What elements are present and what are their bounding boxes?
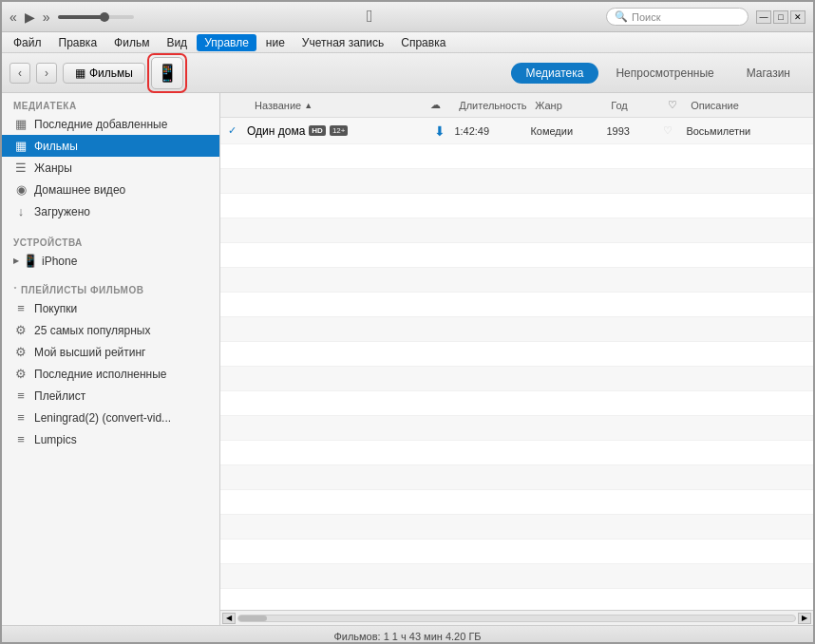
empty-row — [220, 515, 813, 540]
menu-bar: Файл Правка Фильм Вид Управле ние Учетна… — [2, 32, 813, 53]
sidebar: Медиатека ▦ Последние добавленные ▦ Филь… — [2, 93, 220, 625]
empty-row — [220, 243, 813, 268]
sidebar-item-home-video[interactable]: ◉ Домашнее видео — [2, 179, 219, 200]
sidebar-item-top25[interactable]: ⚙ 25 самых популярных — [2, 319, 219, 341]
sidebar-item-movies[interactable]: ▦ Фильмы — [2, 135, 219, 157]
forward-button[interactable]: » — [43, 9, 50, 25]
sidebar-leningrad-label: Leningrad(2) (convert-vid... — [34, 411, 171, 425]
sidebar-item-purchases[interactable]: ≡ Покупки — [2, 297, 219, 319]
table-row[interactable]: ✓ Один дома HD 12+ ⬇ 1:42:49 Комедии 199… — [220, 118, 813, 144]
playback-controls: « ▶ » — [9, 9, 134, 25]
menu-film[interactable]: Фильм — [106, 34, 157, 51]
iphone-icon: 📱 — [157, 63, 178, 84]
sidebar-downloaded-label: Загружено — [34, 205, 90, 218]
col-duration-header[interactable]: Длительность — [451, 93, 527, 117]
sidebar-item-genres[interactable]: ☰ Жанры — [2, 157, 219, 179]
menu-manage2[interactable]: ние — [258, 34, 293, 51]
sidebar-item-lumpics[interactable]: ≡ Lumpics — [2, 428, 219, 450]
leningrad-icon: ≡ — [13, 410, 28, 425]
volume-slider[interactable] — [58, 15, 134, 19]
iphone-device-label: iPhone — [42, 255, 77, 268]
menu-edit[interactable]: Правка — [51, 34, 105, 51]
hscroll-left-button[interactable]: ◀ — [222, 613, 236, 624]
sidebar-item-top-rated[interactable]: ⚙ Мой высший рейтинг — [2, 341, 219, 363]
play-button[interactable]: ▶ — [25, 9, 35, 25]
tab-unwatched[interactable]: Непросмотренные — [600, 63, 729, 84]
sidebar-device-iphone[interactable]: ▶ 📱 iPhone — [2, 250, 219, 272]
col-genre-label: Жанр — [535, 100, 562, 111]
devices-section-title: Устройства — [2, 230, 219, 250]
search-bar[interactable]: 🔍 Поиск — [606, 8, 749, 26]
minimize-button[interactable]: — — [756, 10, 771, 24]
sidebar-recently-played-label: Последние исполненные — [34, 368, 167, 381]
movies-icon: ▦ — [13, 139, 28, 153]
menu-account[interactable]: Учетная запись — [294, 34, 391, 51]
sidebar-genres-label: Жанры — [34, 161, 72, 175]
iphone-button-wrapper: 📱 — [151, 57, 183, 89]
sidebar-item-playlist[interactable]: ≡ Плейлист — [2, 385, 219, 407]
col-cloud-header: ☁ — [423, 93, 451, 117]
empty-row — [220, 144, 813, 169]
rewind-button[interactable]: « — [9, 9, 17, 25]
col-desc-header[interactable]: Описание — [683, 93, 806, 117]
sidebar-item-downloaded[interactable]: ↓ Загружено — [2, 200, 219, 222]
tab-library[interactable]: Медиатека — [511, 63, 599, 84]
empty-row — [220, 465, 813, 490]
hscroll-thumb[interactable] — [238, 616, 267, 621]
iphone-device-icon: 📱 — [23, 254, 38, 268]
menu-manage[interactable]: Управле — [197, 34, 256, 51]
col-year-header[interactable]: Год — [603, 93, 660, 117]
top25-icon: ⚙ — [13, 323, 28, 337]
row-fav[interactable]: ♡ — [663, 124, 686, 137]
menu-file[interactable]: Файл — [6, 34, 49, 51]
empty-row — [220, 218, 813, 243]
empty-row — [220, 342, 813, 367]
main-layout: Медиатека ▦ Последние добавленные ▦ Филь… — [2, 93, 813, 625]
library-label: Фильмы — [89, 66, 133, 80]
age-badge: 12+ — [330, 125, 349, 136]
playlists-section-header[interactable]: ˅ Плейлисты фильмов — [2, 279, 219, 297]
sidebar-top-rated-label: Мой высший рейтинг — [34, 346, 145, 359]
tab-store[interactable]: Магазин — [731, 63, 806, 84]
col-duration-label: Длительность — [459, 100, 526, 111]
row-year: 1993 — [606, 125, 663, 137]
iphone-device-button[interactable]: 📱 — [151, 57, 183, 89]
hscroll-track[interactable] — [237, 615, 796, 622]
empty-row — [220, 564, 813, 589]
nav-back-button[interactable]: ‹ — [9, 63, 30, 84]
sidebar-item-recent[interactable]: ▦ Последние добавленные — [2, 113, 219, 135]
nav-forward-button[interactable]: › — [36, 63, 57, 84]
home-video-icon: ◉ — [13, 182, 28, 197]
purchases-icon: ≡ — [13, 301, 28, 315]
hscroll-right-button[interactable]: ▶ — [798, 613, 811, 624]
col-year-label: Год — [611, 100, 628, 111]
playlist-collapse-icon: ˅ — [13, 286, 17, 294]
col-name-header[interactable]: Название ▲ — [247, 93, 423, 117]
menu-view[interactable]: Вид — [159, 34, 195, 51]
playlist-icon: ≡ — [13, 388, 28, 403]
col-genre-header[interactable]: Жанр — [527, 93, 603, 117]
top-rated-icon: ⚙ — [13, 345, 28, 359]
sidebar-item-recently-played[interactable]: ⚙ Последние исполненные — [2, 363, 219, 385]
sidebar-item-leningrad[interactable]: ≡ Leningrad(2) (convert-vid... — [2, 407, 219, 428]
sidebar-recent-label: Последние добавленные — [34, 118, 167, 131]
row-genre: Комедии — [530, 125, 606, 137]
empty-row — [220, 416, 813, 441]
col-name-label: Название — [255, 100, 301, 111]
recent-icon: ▦ — [13, 117, 28, 131]
horizontal-scrollbar[interactable]: ◀ ▶ — [220, 610, 813, 625]
content-rows: ✓ Один дома HD 12+ ⬇ 1:42:49 Комедии 199… — [220, 118, 813, 610]
row-name: Один дома HD 12+ — [247, 124, 426, 138]
sidebar-playlist-label: Плейлист — [34, 389, 85, 403]
sort-arrow-icon: ▲ — [304, 101, 313, 110]
close-button[interactable]: ✕ — [790, 10, 806, 24]
library-dropdown[interactable]: ▦ Фильмы — [63, 63, 145, 84]
content-area: Название ▲ ☁ Длительность Жанр Год ♡ Опи… — [220, 93, 813, 625]
empty-row — [220, 194, 813, 218]
empty-row — [220, 293, 813, 317]
apple-logo:  — [367, 7, 373, 27]
maximize-button[interactable]: □ — [773, 10, 788, 24]
col-desc-label: Описание — [691, 100, 739, 111]
menu-help[interactable]: Справка — [393, 34, 453, 51]
col-fav-header: ♡ — [660, 93, 683, 117]
